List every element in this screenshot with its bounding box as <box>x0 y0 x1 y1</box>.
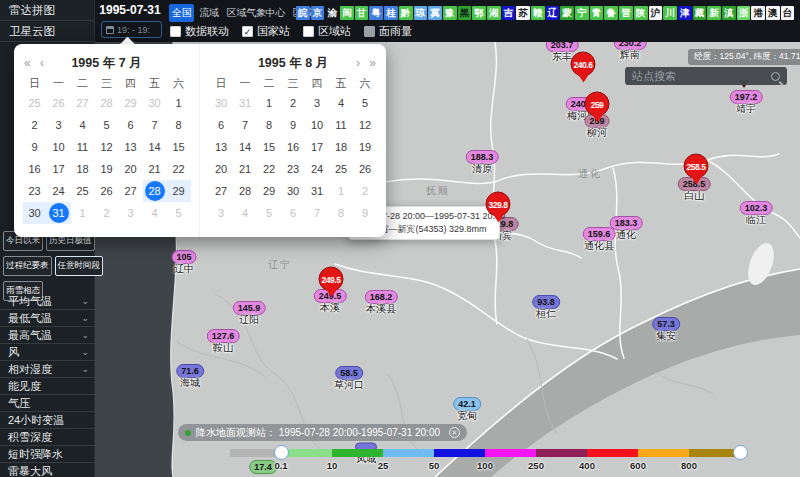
calendar-day[interactable]: 8 <box>167 114 191 136</box>
calendar-day[interactable]: 16 <box>281 136 305 158</box>
province-button-蒙[interactable]: 蒙 <box>560 6 574 20</box>
station-pin-249.5[interactable]: 249.5 <box>319 267 344 292</box>
calendar-day[interactable]: 25 <box>71 180 95 202</box>
calendar-day[interactable]: 7 <box>143 114 167 136</box>
calendar-day[interactable]: 7 <box>233 114 257 136</box>
calendar-day[interactable]: 5 <box>257 202 281 224</box>
calendar-day[interactable]: 18 <box>329 136 353 158</box>
calendar-day[interactable]: 4 <box>143 202 167 224</box>
calendar-day[interactable]: 4 <box>233 202 257 224</box>
station-pin-240.6[interactable]: 240.6 <box>571 52 596 77</box>
calendar-day[interactable]: 7 <box>305 202 329 224</box>
calendar-day[interactable]: 18 <box>71 158 95 180</box>
legend-handle-min[interactable] <box>274 445 289 460</box>
province-button-京[interactable]: 京 <box>311 6 325 20</box>
calendar-day[interactable]: 23 <box>23 180 47 202</box>
sidebar-item-气压[interactable]: 气压 <box>0 395 95 412</box>
calendar-day[interactable]: 19 <box>95 158 119 180</box>
calendar-day[interactable]: 2 <box>353 180 377 202</box>
province-button-宁[interactable]: 宁 <box>575 6 589 20</box>
calendar-day[interactable]: 14 <box>233 136 257 158</box>
calendar-day[interactable]: 29 <box>167 180 191 202</box>
province-button-青[interactable]: 青 <box>590 6 604 20</box>
province-button-津[interactable]: 津 <box>678 6 692 20</box>
calendar-day[interactable]: 4 <box>329 92 353 114</box>
province-button-辽[interactable]: 辽 <box>546 6 560 20</box>
checkbox-面雨量[interactable]: 面雨量 <box>364 24 412 39</box>
province-button-藏[interactable]: 藏 <box>693 6 707 20</box>
calendar-day[interactable]: 30 <box>143 92 167 114</box>
calendar-day[interactable]: 9 <box>281 114 305 136</box>
calendar-day[interactable]: 28 <box>143 180 167 202</box>
province-button-湘[interactable]: 湘 <box>487 6 501 20</box>
calendar-day[interactable]: 25 <box>329 158 353 180</box>
calendar-day[interactable]: 15 <box>257 136 281 158</box>
calendar-day[interactable]: 11 <box>71 136 95 158</box>
calendar-day[interactable]: 4 <box>71 114 95 136</box>
close-icon[interactable]: ✕ <box>449 427 460 438</box>
tab-区域气象中心[interactable]: 区域气象中心 <box>224 4 288 22</box>
province-button-桂[interactable]: 桂 <box>384 6 398 20</box>
selected-date[interactable]: 1995-07-31 <box>96 3 164 17</box>
calendar-day[interactable]: 31 <box>47 202 71 224</box>
calendar-day[interactable]: 9 <box>23 136 47 158</box>
calendar-day[interactable]: 30 <box>281 180 305 202</box>
calendar-day[interactable]: 12 <box>353 114 377 136</box>
sidebar-item-卫星云图[interactable]: 卫星云图 <box>0 21 94 42</box>
calendar-day[interactable]: 8 <box>257 114 281 136</box>
calendar-day[interactable]: 23 <box>281 158 305 180</box>
calendar-day[interactable]: 21 <box>233 158 257 180</box>
province-button-沪[interactable]: 沪 <box>649 6 663 20</box>
checkbox-国家站[interactable]: ✓国家站 <box>242 24 290 39</box>
calendar-day[interactable]: 1 <box>329 180 353 202</box>
calendar-day[interactable]: 29 <box>257 180 281 202</box>
calendar-day[interactable]: 5 <box>353 92 377 114</box>
sidebar-item-雷达拼图[interactable]: 雷达拼图 <box>0 0 94 21</box>
calendar-day[interactable]: 31 <box>305 180 329 202</box>
calendar-day[interactable]: 30 <box>209 92 233 114</box>
tab-流域[interactable]: 流域 <box>196 4 221 22</box>
sidebar-item-风[interactable]: 风⌄ <box>0 344 95 361</box>
calendar-day[interactable]: 26 <box>353 158 377 180</box>
calendar-day[interactable]: 28 <box>233 180 257 202</box>
province-button-粤[interactable]: 粤 <box>369 6 383 20</box>
province-button-港[interactable]: 港 <box>751 6 765 20</box>
calendar-day[interactable]: 13 <box>119 136 143 158</box>
station-pin-259[interactable]: 259 <box>585 92 610 117</box>
calendar-day[interactable]: 15 <box>167 136 191 158</box>
province-button-晋[interactable]: 晋 <box>619 6 633 20</box>
calendar-day[interactable]: 22 <box>257 158 281 180</box>
province-button-黑[interactable]: 黑 <box>458 6 472 20</box>
checkbox-box-icon[interactable] <box>364 26 375 37</box>
sidebar-item-24小时变温[interactable]: 24小时变温 <box>0 412 95 429</box>
calendar-day[interactable]: 6 <box>119 114 143 136</box>
calendar-day[interactable]: 3 <box>209 202 233 224</box>
province-button-苏[interactable]: 苏 <box>516 6 530 20</box>
sidebar-item-平均气温[interactable]: 平均气温⌄ <box>0 293 95 310</box>
calendar-day[interactable]: 1 <box>71 202 95 224</box>
sidebar-item-短时强降水[interactable]: 短时强降水 <box>0 446 95 463</box>
calendar-day[interactable]: 28 <box>95 92 119 114</box>
calendar-day[interactable]: 14 <box>143 136 167 158</box>
calendar-day[interactable]: 24 <box>305 158 329 180</box>
province-button-闽[interactable]: 闽 <box>340 6 354 20</box>
calendar-day[interactable]: 20 <box>209 158 233 180</box>
calendar-day[interactable]: 10 <box>47 136 71 158</box>
calendar-day[interactable]: 16 <box>23 158 47 180</box>
checkbox-区域站[interactable]: 区域站 <box>303 24 351 39</box>
calendar-day[interactable]: 6 <box>281 202 305 224</box>
station-badge-17.4[interactable]: 17.4 <box>249 460 277 474</box>
calendar-day[interactable]: 17 <box>305 136 329 158</box>
calendar-day[interactable]: 5 <box>95 114 119 136</box>
province-button-陕[interactable]: 陕 <box>634 6 648 20</box>
province-button-鄂[interactable]: 鄂 <box>472 6 486 20</box>
calendar-day[interactable]: 2 <box>281 92 305 114</box>
calendar-day[interactable]: 8 <box>329 202 353 224</box>
province-button-台[interactable]: 台 <box>781 6 795 20</box>
province-button-川[interactable]: 川 <box>663 6 677 20</box>
calendar-day[interactable]: 1 <box>167 92 191 114</box>
prev-year-icon[interactable]: « <box>24 52 31 74</box>
province-button-甘[interactable]: 甘 <box>355 6 369 20</box>
calendar-day[interactable]: 22 <box>167 158 191 180</box>
province-button-鲁[interactable]: 鲁 <box>604 6 618 20</box>
